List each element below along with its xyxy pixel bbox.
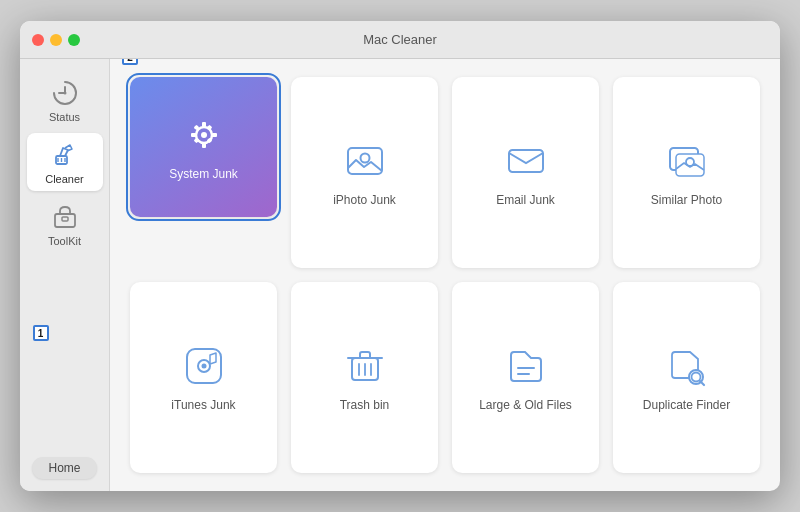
status-label: Status (49, 111, 80, 123)
grid-item-similar-photo[interactable]: Similar Photo (613, 77, 760, 268)
minimize-button[interactable] (50, 34, 62, 46)
grid: 2 (130, 77, 760, 473)
similar-photo-icon (665, 139, 709, 183)
close-button[interactable] (32, 34, 44, 46)
featured-wrapper: 2 (130, 77, 277, 268)
trash-bin-icon (343, 344, 387, 388)
toolkit-label: ToolKit (48, 235, 81, 247)
large-old-files-icon (504, 344, 548, 388)
cleaner-icon (51, 141, 79, 169)
toolkit-icon (51, 203, 79, 231)
svg-rect-16 (193, 138, 199, 144)
status-icon (51, 79, 79, 107)
sidebar-item-cleaner[interactable]: 1 Cleaner (27, 133, 103, 191)
main-content: Status 1 Cleaner (20, 59, 780, 491)
large-old-files-label: Large & Old Files (479, 398, 572, 412)
system-junk-icon (182, 113, 226, 157)
traffic-lights (32, 34, 80, 46)
svg-rect-15 (206, 125, 212, 131)
grid-item-email-junk[interactable]: Email Junk (452, 77, 599, 268)
svg-point-25 (201, 363, 206, 368)
iphoto-junk-label: iPhoto Junk (333, 193, 396, 207)
app-window: Mac Cleaner Status 1 (20, 21, 780, 491)
svg-rect-19 (509, 150, 543, 172)
svg-point-0 (63, 92, 66, 95)
grid-item-large-old-files[interactable]: Large & Old Files (452, 282, 599, 473)
sidebar-item-toolkit[interactable]: ToolKit (27, 195, 103, 253)
content-area: 2 (110, 59, 780, 491)
similar-photo-label: Similar Photo (651, 193, 722, 207)
svg-rect-17 (348, 148, 382, 174)
email-junk-icon (504, 139, 548, 183)
svg-point-8 (201, 132, 207, 138)
duplicate-finder-label: Duplicate Finder (643, 398, 730, 412)
sidebar-item-status[interactable]: Status (27, 71, 103, 129)
grid-item-iphoto-junk[interactable]: iPhoto Junk (291, 77, 438, 268)
svg-rect-9 (202, 122, 206, 127)
grid-item-system-junk[interactable]: System Junk (130, 77, 277, 217)
trash-bin-label: Trash bin (340, 398, 390, 412)
system-junk-label: System Junk (169, 167, 238, 181)
svg-rect-10 (202, 143, 206, 148)
title-bar: Mac Cleaner (20, 21, 780, 59)
home-button[interactable]: Home (32, 457, 96, 479)
grid-item-itunes-junk[interactable]: iTunes Junk (130, 282, 277, 473)
svg-point-18 (360, 153, 369, 162)
svg-rect-12 (212, 133, 217, 137)
sidebar-bottom: Home (32, 457, 96, 491)
grid-item-trash-bin[interactable]: Trash bin (291, 282, 438, 473)
itunes-junk-label: iTunes Junk (171, 398, 235, 412)
svg-line-35 (700, 381, 704, 385)
itunes-junk-icon (182, 344, 226, 388)
svg-rect-11 (191, 133, 196, 137)
badge-2: 2 (122, 59, 138, 65)
svg-rect-6 (62, 217, 68, 221)
cleaner-label: Cleaner (45, 173, 84, 185)
duplicate-finder-icon (665, 344, 709, 388)
window-title: Mac Cleaner (363, 32, 437, 47)
badge-1: 1 (33, 325, 49, 341)
maximize-button[interactable] (68, 34, 80, 46)
sidebar: Status 1 Cleaner (20, 59, 110, 491)
iphoto-junk-icon (343, 139, 387, 183)
email-junk-label: Email Junk (496, 193, 555, 207)
grid-item-duplicate-finder[interactable]: Duplicate Finder (613, 282, 760, 473)
